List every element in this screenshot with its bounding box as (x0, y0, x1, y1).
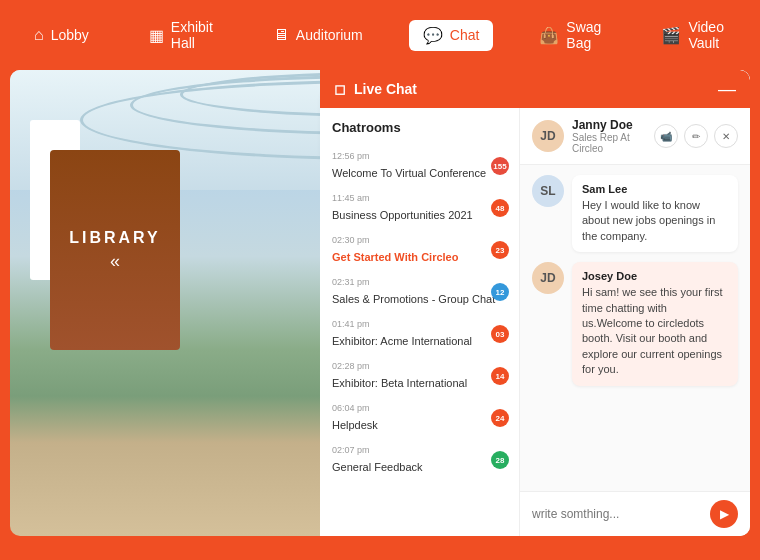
nav-swag-bag[interactable]: 👜 Swag Bag (525, 13, 615, 57)
message-bubble-josey: Josey Doe Hi sam! we see this your first… (572, 262, 738, 385)
swagbag-icon: 👜 (539, 26, 559, 45)
messages-user-header: JD Janny Doe Sales Rep At Circleo 📹 ✏ ✕ (520, 108, 750, 165)
chatroom-feedback[interactable]: 02:07 pm General Feedback 28 (320, 439, 519, 481)
chatroom-sales[interactable]: 02:31 pm Sales & Promotions - Group Chat… (320, 271, 519, 313)
live-chat-label: Live Chat (354, 81, 417, 97)
chat-input[interactable] (532, 507, 702, 521)
messages-panel: JD Janny Doe Sales Rep At Circleo 📹 ✏ ✕ … (520, 108, 750, 536)
nav-auditorium[interactable]: 🖥 Auditorium (259, 20, 377, 50)
chatroom-acme[interactable]: 01:41 pm Exhibitor: Acme International 0… (320, 313, 519, 355)
library-banner: LIBRARY « (50, 150, 180, 350)
chatroom-beta[interactable]: 02:28 pm Exhibitor: Beta International 1… (320, 355, 519, 397)
msg-text-sam: Hey I would like to know about new jobs … (582, 198, 728, 244)
chatroom-business[interactable]: 11:45 am Business Opportunities 2021 48 (320, 187, 519, 229)
chatroom-helpdesk[interactable]: 06:04 pm Helpdesk 24 (320, 397, 519, 439)
sam-avatar: SL (532, 175, 564, 207)
main-content: Ontomedia LIBRARY « ◻ Live Chat — Chatro… (10, 70, 750, 536)
josey-avatar: JD (532, 262, 564, 294)
close-button[interactable]: ✕ (714, 124, 738, 148)
active-user-avatar: JD (532, 120, 564, 152)
minimize-button[interactable]: — (718, 80, 736, 98)
library-arrows: « (110, 251, 120, 272)
exhibit-icon: ▦ (149, 26, 164, 45)
video-icon: 🎬 (661, 26, 681, 45)
auditorium-icon: 🖥 (273, 26, 289, 44)
chat-panel: ◻ Live Chat — Chatrooms 12:56 pm Welcome… (320, 70, 750, 536)
chat-panel-title: ◻ Live Chat (334, 81, 417, 97)
video-call-button[interactable]: 📹 (654, 124, 678, 148)
message-item: JD Josey Doe Hi sam! we see this your fi… (532, 262, 738, 385)
message-bubble-sam: Sam Lee Hey I would like to know about n… (572, 175, 738, 252)
chat-icon: 💬 (423, 26, 443, 45)
msg-text-josey: Hi sam! we see this your first time chat… (582, 285, 728, 377)
chat-panel-body: Chatrooms 12:56 pm Welcome To Virtual Co… (320, 108, 750, 536)
library-label: LIBRARY (69, 229, 161, 247)
home-icon: ⌂ (34, 26, 44, 44)
active-user-info: Janny Doe Sales Rep At Circleo (572, 118, 646, 154)
nav-chat[interactable]: 💬 Chat (409, 20, 494, 51)
active-user-name: Janny Doe (572, 118, 646, 132)
edit-button[interactable]: ✏ (684, 124, 708, 148)
messages-list: SL Sam Lee Hey I would like to know abou… (520, 165, 750, 491)
nav-exhibit-hall[interactable]: ▦ Exhibit Hall (135, 13, 227, 57)
msg-sender-josey: Josey Doe (582, 270, 728, 282)
msg-sender-sam: Sam Lee (582, 183, 728, 195)
chatroom-welcome[interactable]: 12:56 pm Welcome To Virtual Conference 1… (320, 145, 519, 187)
chat-panel-header: ◻ Live Chat — (320, 70, 750, 108)
message-item: SL Sam Lee Hey I would like to know abou… (532, 175, 738, 252)
chatroom-circleo[interactable]: 02:30 pm Get Started With Circleo 23 (320, 229, 519, 271)
nav-lobby[interactable]: ⌂ Lobby (20, 20, 103, 50)
chatrooms-list: Chatrooms 12:56 pm Welcome To Virtual Co… (320, 108, 520, 536)
active-user-role: Sales Rep At Circleo (572, 132, 646, 154)
header-actions: 📹 ✏ ✕ (654, 124, 738, 148)
chat-input-area: ▶ (520, 491, 750, 536)
send-button[interactable]: ▶ (710, 500, 738, 528)
navigation: ⌂ Lobby ▦ Exhibit Hall 🖥 Auditorium 💬 Ch… (0, 0, 760, 70)
nav-video-vault[interactable]: 🎬 Video Vault (647, 13, 740, 57)
live-chat-icon: ◻ (334, 81, 346, 97)
chatrooms-title: Chatrooms (320, 120, 519, 145)
